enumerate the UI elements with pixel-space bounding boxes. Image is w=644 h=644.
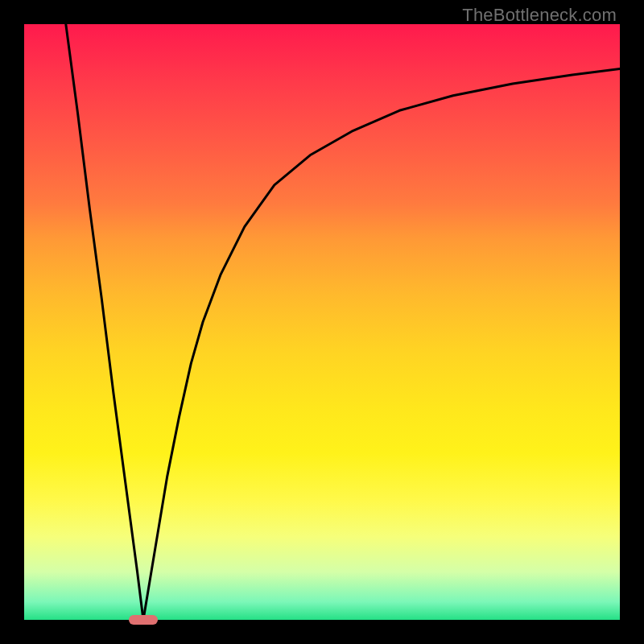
plot-area — [24, 24, 620, 620]
watermark-text: TheBottleneck.com — [462, 5, 617, 26]
minimum-marker — [129, 615, 158, 625]
chart-frame: TheBottleneck.com — [0, 0, 644, 644]
bottleneck-curve — [24, 24, 620, 620]
curve-right-branch — [143, 69, 620, 621]
curve-left-branch — [66, 24, 143, 620]
